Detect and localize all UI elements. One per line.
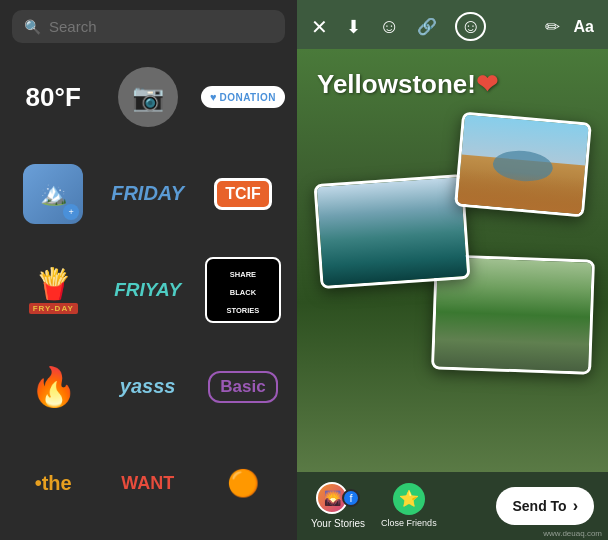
send-to-label: Send To	[512, 498, 566, 514]
sticker-photo[interactable]: 🏔️ +	[12, 158, 94, 230]
toolbar-left: ✕ ⬇ ☺ 🔗 ☺	[311, 12, 486, 41]
story-toolbar: ✕ ⬇ ☺ 🔗 ☺ ✏ Aa	[297, 0, 608, 49]
sticker-fire[interactable]: 🔥	[12, 351, 94, 423]
fire-icon: 🔥	[30, 365, 77, 409]
photo-card-1[interactable]	[454, 112, 592, 218]
sticker-temp[interactable]: 80°F	[12, 61, 94, 133]
sticker-want[interactable]: WANT	[106, 447, 188, 519]
close-friends-button[interactable]: ⭐ Close Friends	[381, 483, 437, 530]
sticker-grid: 80°F 📷 ♥ DONATION 🏔️ + FRIDAY	[0, 53, 297, 540]
draw-icon[interactable]: ✏	[545, 16, 560, 38]
donation-label: DONATION	[219, 92, 276, 103]
sticker-yasss[interactable]: yasss	[106, 351, 188, 423]
watermark: www.deuaq.com	[543, 529, 602, 538]
send-to-button[interactable]: Send To ›	[496, 487, 594, 525]
sticker-tcif[interactable]: TCIF	[201, 158, 285, 230]
story-canvas: Yellowstone!❤	[297, 49, 608, 472]
sticker-donation[interactable]: ♥ DONATION	[201, 61, 285, 133]
close-icon[interactable]: ✕	[311, 15, 328, 39]
sticker-friyay[interactable]: FRIYAY	[106, 254, 188, 326]
nthe-icon: •the	[35, 472, 72, 495]
story-title[interactable]: Yellowstone!❤	[317, 69, 588, 100]
search-icon: 🔍	[24, 19, 41, 35]
photo-hotspring	[457, 115, 588, 214]
sticker-icon[interactable]: ☺	[455, 12, 485, 41]
sticker-nthe[interactable]: •the	[12, 447, 94, 519]
your-stories-button[interactable]: 🌄 f Your Stories	[311, 482, 365, 530]
sticker-picker-panel: 🔍 80°F 📷 ♥ DONATION 🏔️ +	[0, 0, 297, 540]
sticker-friday[interactable]: FRIDAY	[106, 158, 188, 230]
send-to-chevron: ›	[573, 497, 578, 515]
sticker-shareblack[interactable]: SHARE BLACK STORIES	[201, 254, 285, 326]
text-icon[interactable]: Aa	[574, 18, 594, 36]
your-stories-label: Your Stories	[311, 517, 365, 530]
toolbar-right: ✏ Aa	[545, 16, 594, 38]
fryday-label: FRY-DAY	[29, 303, 78, 314]
link-icon[interactable]: 🔗	[417, 17, 437, 36]
fries-icon: 🍟	[35, 266, 72, 301]
emoji-icon[interactable]: ☺	[379, 15, 399, 38]
sticker-fryday[interactable]: 🍟 FRY-DAY	[12, 254, 94, 326]
sticker-basic[interactable]: Basic	[201, 351, 285, 423]
search-input[interactable]	[49, 18, 273, 35]
close-friends-label: Close Friends	[381, 518, 437, 530]
sticker-orange[interactable]: 🟠	[201, 447, 285, 519]
close-friends-avatar: ⭐	[393, 483, 425, 515]
photo-sticker-icon: 🏔️	[40, 181, 67, 207]
donation-heart-icon: ♥	[210, 91, 217, 103]
shareblack-label: SHARE BLACK STORIES	[227, 270, 260, 315]
orange-icon: 🟠	[227, 468, 259, 499]
sticker-camera[interactable]: 📷	[106, 61, 188, 133]
photo-thermal	[317, 177, 468, 286]
search-bar[interactable]: 🔍	[12, 10, 285, 43]
photo-card-2[interactable]	[314, 174, 471, 289]
camera-icon: 📷	[132, 82, 164, 113]
story-title-text: Yellowstone!❤	[317, 69, 498, 99]
download-icon[interactable]: ⬇	[346, 16, 361, 38]
story-editor-panel: ✕ ⬇ ☺ 🔗 ☺ ✏ Aa Yellowstone!❤	[297, 0, 608, 540]
